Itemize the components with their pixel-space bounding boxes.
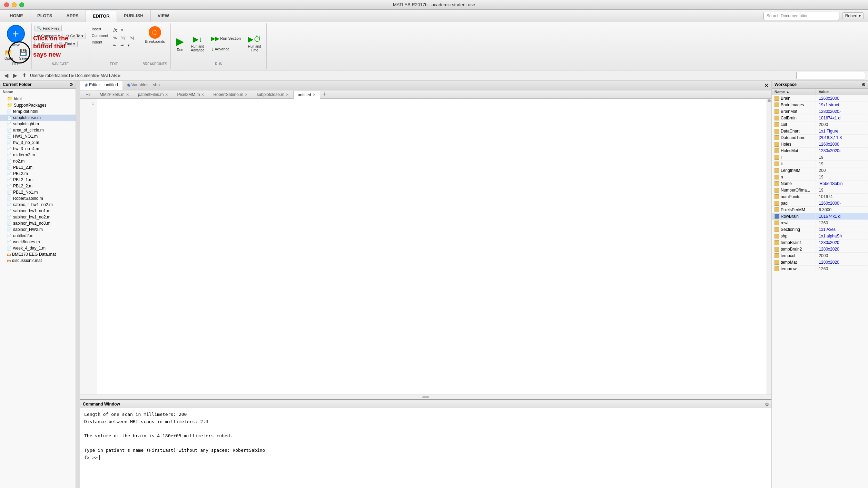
path-search-input[interactable] <box>796 72 865 79</box>
value-col-header[interactable]: Value <box>816 89 868 95</box>
tab-editor-panel[interactable]: ◉ Editor – untitled <box>80 81 122 90</box>
list-item[interactable]: 📄 PBL2.m <box>0 170 76 177</box>
ws-row-numberofima[interactable]: NumberOfIma... 19 <box>772 187 868 194</box>
editor-hscrollbar[interactable] <box>80 394 771 399</box>
find-files-button[interactable]: 🔍 Find Files <box>34 25 62 31</box>
indent-left[interactable]: ⇤ <box>111 42 118 49</box>
tab-apps[interactable]: APPS <box>59 10 86 22</box>
path-docs[interactable]: Documents <box>75 73 96 78</box>
close-tab-patientfiles[interactable]: ✕ <box>165 92 168 97</box>
ws-row-n[interactable]: n 19 <box>772 174 868 180</box>
ws-row-i[interactable]: i 19 <box>772 154 868 161</box>
insert-dropdown[interactable]: ▾ <box>119 26 125 34</box>
back-button[interactable]: ◀ <box>3 72 10 79</box>
path-users[interactable]: Users <box>30 73 41 78</box>
list-item[interactable]: 📄 hw_3_no_2.m <box>0 139 76 146</box>
uncomment-btn[interactable]: %} <box>128 35 136 41</box>
ws-row-tempcol[interactable]: tempcol 2000 <box>772 253 868 259</box>
list-item[interactable]: 📄 PBL2_2.m <box>0 183 76 189</box>
user-menu-button[interactable]: Robert ▾ <box>842 12 864 19</box>
ws-row-name[interactable]: Name 'RobertSabin <box>772 180 868 187</box>
ws-row-brainimages[interactable]: BrainImages 19x1 struct <box>772 102 868 108</box>
panel-resize-handle[interactable]: · <box>76 81 80 488</box>
close-tab-robertsabino[interactable]: ✕ <box>245 92 248 97</box>
tab-patientfiles[interactable]: patientFiles.m ✕ <box>134 90 173 98</box>
ws-row-shp[interactable]: shp 1x1 alphaSh <box>772 233 868 240</box>
tab-editor[interactable]: EDITOR <box>86 10 117 22</box>
comment-btn1[interactable]: % <box>111 35 118 41</box>
ws-row-tempmat[interactable]: tempMat 1280x2020 <box>772 259 868 266</box>
run-button[interactable]: ▶ Run <box>174 33 186 53</box>
tab-view[interactable]: VIEW <box>151 10 176 22</box>
list-item[interactable]: 📄 PBL2_No1.m <box>0 189 76 195</box>
up-button[interactable]: ⬆ <box>21 72 28 79</box>
command-window-expand[interactable]: ⊙ <box>765 402 769 407</box>
ws-row-tempbrain1[interactable]: tempBrain1 1280x2020 <box>772 240 868 246</box>
tab-plus2[interactable]: +2 <box>81 90 95 98</box>
list-item[interactable]: 📄 PBL2_1.m <box>0 177 76 183</box>
close-tab-pixel2mm[interactable]: ✕ <box>201 92 204 97</box>
ws-row-sectioning[interactable]: Sectioning 1x1 Axes <box>772 226 868 233</box>
run-and-advance-button[interactable]: ▶↓ Run and Advance <box>188 33 207 54</box>
window-controls[interactable] <box>4 2 24 7</box>
close-tab-untitled[interactable]: ✕ <box>313 92 316 97</box>
list-item[interactable]: 📄 sabinor_hw1_no2.m <box>0 214 76 220</box>
name-col-header[interactable]: Name ▲ <box>772 89 816 95</box>
forward-button[interactable]: ▶ <box>12 72 19 79</box>
tab-untitled[interactable]: untitled ✕ <box>293 91 320 99</box>
list-item[interactable]: 📄 no2.m <box>0 158 76 164</box>
new-button[interactable]: + <box>7 25 25 43</box>
close-button[interactable] <box>4 2 9 7</box>
run-section-button[interactable]: ▶▶ Run Section <box>209 33 243 43</box>
close-tab-subplotclose[interactable]: ✕ <box>286 92 289 97</box>
ws-row-brain[interactable]: Brain 1260x2000 <box>772 95 868 102</box>
list-item[interactable]: 📁 SupportPackages <box>0 102 76 108</box>
ws-row-temprow[interactable]: temprow 1260 <box>772 266 868 272</box>
list-item[interactable]: 📄 temp.dat.html <box>0 108 76 115</box>
command-window-content[interactable]: Length of one scan in millimeters: 200 D… <box>80 408 771 488</box>
list-item[interactable]: 📄 RobertSabino.m <box>0 195 76 202</box>
comment-btn2[interactable]: %{ <box>119 35 127 41</box>
tab-mm2pixels[interactable]: MM2Pixels.m ✕ <box>95 90 134 98</box>
path-user[interactable]: robertsabino1 <box>45 73 70 78</box>
run-and-time-button[interactable]: ▶⏱ Run and Time <box>245 33 264 54</box>
list-item[interactable]: 📄 week6notes.m <box>0 239 76 245</box>
tab-pixel2mm[interactable]: Pixel2MM.m ✕ <box>172 90 209 98</box>
ws-row-lengthmm[interactable]: LengthMM 200 <box>772 167 868 174</box>
list-item[interactable]: 📄 sabinor_HW2.m <box>0 226 76 233</box>
tab-subplotclose[interactable]: subplotclose.m ✕ <box>252 90 293 98</box>
tab-publish[interactable]: PUBLISH <box>117 10 151 22</box>
ws-row-holes[interactable]: Holes 1260x2000 <box>772 141 868 148</box>
list-item[interactable]: 📄 week_4_day_1.m <box>0 245 76 251</box>
ws-row-pixelspermm[interactable]: PixelsPerMM 6.3000 <box>772 207 868 213</box>
breakpoints-button[interactable]: ⬡ Breakpoints <box>144 25 166 45</box>
list-item[interactable]: 📄 hw_3_no_4.m <box>0 146 76 152</box>
ws-row-dateandtime[interactable]: DateandTime [2018,3,11,3 <box>772 135 868 141</box>
maximize-button[interactable] <box>19 2 24 7</box>
command-prompt[interactable]: fx >> <box>84 454 767 461</box>
tab-robertsabino[interactable]: RobertSabino.m ✕ <box>209 90 252 98</box>
fx-button[interactable]: fx <box>111 26 119 34</box>
ws-row-tempbrain2[interactable]: tempBrain2 1280x2020 <box>772 246 868 253</box>
list-item[interactable]: 📄 sabinor_hw1_no1.m <box>0 208 76 214</box>
list-item[interactable]: 🗃 BME170 EEG Data.mat <box>0 251 76 257</box>
ws-row-numpoints[interactable]: numPoints 101674 <box>772 194 868 200</box>
editor-scrollbar[interactable] <box>767 99 771 394</box>
tab-variables-panel[interactable]: ◉ Variables – shp <box>122 81 164 90</box>
ws-row-holesmat[interactable]: HolesMat 1280x2020› <box>772 148 868 154</box>
list-item[interactable]: 📄 subplotclose.m <box>0 115 76 121</box>
tab-home[interactable]: HOME <box>3 10 30 22</box>
list-item[interactable]: 📁 html <box>0 95 76 102</box>
list-item[interactable]: 📄 PBL1_2.m <box>0 164 76 170</box>
close-editor-button[interactable]: ✕ <box>761 81 771 90</box>
ws-row-rowbrain[interactable]: RowBrain 101674x1 d <box>772 213 868 220</box>
list-item[interactable]: 📄 midterm2.m <box>0 152 76 158</box>
indent-dropdown[interactable]: ▾ <box>126 42 131 49</box>
code-editor[interactable] <box>97 99 767 394</box>
list-item[interactable]: 📄 sabinor_hw1_no3.m <box>0 220 76 226</box>
list-item[interactable]: 🗃 discussion2.mat <box>0 257 76 264</box>
close-tab-mm2pixels[interactable]: ✕ <box>126 92 129 97</box>
ws-row-datachart[interactable]: DataChart 1x1 Figure <box>772 128 868 135</box>
workspace-expand[interactable]: ⊙ <box>862 82 865 87</box>
ws-row-pad[interactable]: pad 1260x2000› <box>772 200 868 207</box>
